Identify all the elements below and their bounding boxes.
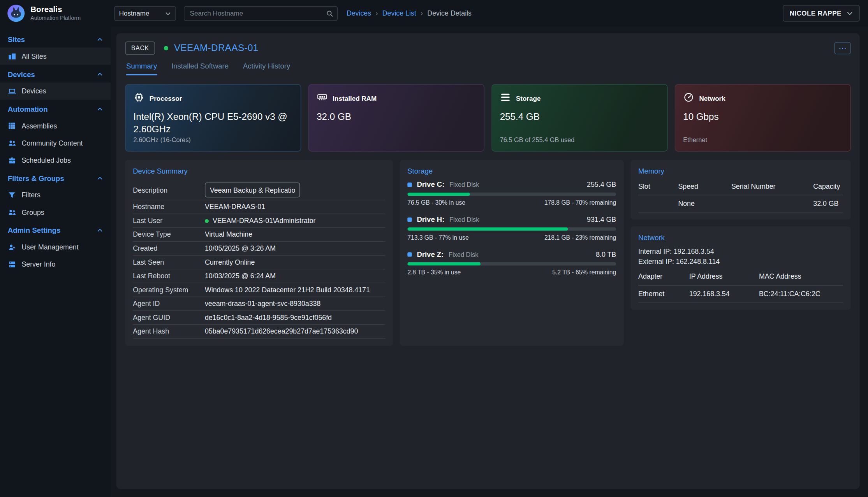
sidebar-item-label: Server Info [21,260,55,268]
row-value: VEEAM-DRAAS-01\Administrator [213,217,316,225]
panel-title: Memory [638,167,843,175]
breadcrumb-device-list[interactable]: Device List [382,9,416,17]
sidebar-item-community-content[interactable]: Community Content [0,134,111,151]
sidebar-section-automation[interactable]: Automation [0,101,111,118]
card-label: Processor [150,95,182,102]
sidebar-item-assemblies[interactable]: Assemblies [0,117,111,134]
topbar: Borealis Automation Platform Hostname De… [0,0,868,26]
sidebar-section-filters-groups[interactable]: Filters & Groups [0,170,111,186]
sidebar-item-label: User Management [21,243,78,251]
column-header: Serial Number [731,180,813,195]
drive-type: Fixed Disk [449,251,478,258]
chevron-up-icon [97,227,103,234]
search-icon [326,10,333,17]
row-label: Last User [133,217,205,225]
card-label: Network [699,95,725,102]
card-value: 255.4 GB [500,111,655,123]
search-input[interactable] [184,6,338,21]
device-tabs: Summary Installed Software Activity Hist… [126,62,851,75]
sidebar-section-sites[interactable]: Sites [0,31,111,48]
column-header: Slot [638,180,678,195]
device-title: VEEAM-DRAAS-01 [174,42,259,53]
network-card: Network 10 Gbps Ethernet [675,84,851,151]
table-cell [731,195,813,212]
tab-summary[interactable]: Summary [126,62,157,75]
ram-card: Installed RAM 32.0 GB [308,84,484,151]
brand: Borealis Automation Platform [0,4,111,23]
sidebar-item-devices[interactable]: Devices [0,83,111,100]
sidebar: Sites All Sites Devices Devices Automati… [0,26,111,497]
breadcrumb-devices[interactable]: Devices [347,9,371,17]
brand-subtitle: Automation Platform [30,15,81,21]
user-name: NICOLE RAPPE [790,9,842,17]
row-label: Created [133,244,205,252]
external-ip: External IP: 162.248.8.114 [638,257,843,267]
sidebar-section-label: Automation [8,105,48,113]
sidebar-item-label: Devices [21,87,46,95]
summary-row-last-seen: Last Seen Currently Online [133,256,385,270]
row-value: veeam-draas-01-agent-svc-8930a338 [205,300,320,307]
network-panel: Network Internal IP: 192.168.3.54 Extern… [630,226,851,310]
more-options-button[interactable]: ⋯ [834,42,851,54]
sidebar-item-groups[interactable]: Groups [0,204,111,221]
sidebar-item-filters[interactable]: Filters [0,186,111,204]
column-header: Adapter [638,270,689,285]
ram-icon [317,92,327,105]
row-value: 10/05/2025 @ 3:26 AM [205,244,276,252]
sidebar-item-all-sites[interactable]: All Sites [0,47,111,65]
stat-cards: Processor Intel(R) Xeon(R) CPU E5-2690 v… [125,84,851,151]
row-value: 10/03/2025 @ 6:24 AM [205,272,276,280]
sidebar-section-label: Sites [8,35,25,43]
online-status-dot [164,46,168,50]
drive-row-z: Drive Z: Fixed Disk 8.0 TB 2.8 TB - 35% … [407,250,616,276]
chevron-up-icon [97,175,103,181]
sidebar-section-label: Admin Settings [8,226,61,234]
user-menu-button[interactable]: NICOLE RAPPE [783,5,860,22]
buildings-icon [8,52,16,60]
storage-card: Storage 255.4 GB 76.5 GB of 255.4 GB use… [491,84,667,151]
sidebar-section-admin-settings[interactable]: Admin Settings [0,222,111,239]
hostname-filter-value: Hostname [119,9,150,17]
back-button[interactable]: BACK [125,42,155,55]
drive-row-h: Drive H: Fixed Disk 931.4 GB 713.3 GB - … [407,215,616,241]
internal-ip: Internal IP: 192.168.3.54 [638,247,843,257]
chevron-up-icon [97,71,103,77]
memory-table: Slot Speed Serial Number Capacity None 3… [638,180,843,212]
table-cell: None [678,195,731,212]
search-box [184,6,338,21]
sidebar-section-label: Devices [8,70,35,78]
tab-installed-software[interactable]: Installed Software [171,62,229,75]
drive-used: 2.8 TB - 35% in use [407,269,461,276]
summary-row-created: Created 10/05/2025 @ 3:26 AM [133,242,385,256]
hostname-filter-select[interactable]: Hostname [114,6,176,21]
row-label: Agent ID [133,300,205,307]
drive-name: Drive C: [417,180,444,188]
sidebar-item-server-info[interactable]: Server Info [0,256,111,273]
description-input[interactable] [205,183,300,197]
summary-row-hostname: Hostname VEEAM-DRAAS-01 [133,200,385,214]
card-label: Storage [516,95,541,102]
sidebar-item-scheduled-jobs[interactable]: Scheduled Jobs [0,152,111,169]
summary-row-last-user: Last User VEEAM-DRAAS-01\Administrator [133,214,385,228]
network-table: Adapter IP Address MAC Address Ethernet … [638,270,843,302]
table-cell: 192.168.3.54 [689,286,759,303]
row-label: Agent Hash [133,328,205,335]
column-header: Capacity [813,180,843,195]
tab-activity-history[interactable]: Activity History [243,62,290,75]
panel-title: Storage [407,167,616,175]
column-header: IP Address [689,270,759,285]
summary-row-operating-system: Operating System Windows 10 2022 Datacen… [133,283,385,297]
breadcrumb: Devices › Device List › Device Details [347,9,472,17]
card-value: 32.0 GB [317,111,472,123]
summary-row-description: Description [133,180,385,200]
sidebar-item-user-management[interactable]: User Management [0,239,111,256]
row-label: Last Seen [133,258,205,266]
processor-card: Processor Intel(R) Xeon(R) CPU E5-2690 v… [125,84,301,151]
column-header: MAC Address [759,270,843,285]
device-summary-panel: Device Summary Description Hostname VEEA… [125,160,393,346]
drive-size: 255.4 GB [587,181,616,188]
sidebar-section-devices[interactable]: Devices [0,66,111,83]
table-cell: BC:24:11:CA:C6:2C [759,286,843,303]
cpu-icon [134,92,144,105]
sidebar-item-label: Scheduled Jobs [21,156,70,164]
